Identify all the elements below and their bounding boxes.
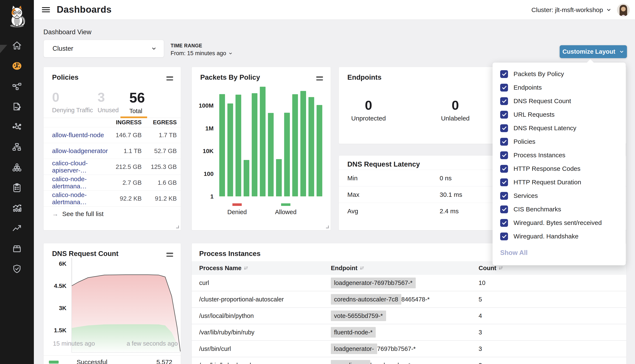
menu-item[interactable]: Wireguard. Handshake — [493, 230, 626, 243]
see-full-list-link[interactable]: → See the full list — [52, 210, 104, 218]
sidebar-item-compliance[interactable] — [0, 178, 34, 198]
menu-item[interactable]: Packets By Policy — [493, 67, 626, 81]
workloads-icon — [12, 162, 22, 172]
dropdown-caret — [587, 59, 594, 66]
sort-icon[interactable] — [360, 266, 364, 270]
sidebar-item-network-tree[interactable] — [0, 137, 34, 157]
egress-value: 52.7 GB — [142, 148, 177, 154]
count-value: 3 — [479, 329, 626, 336]
allowed-swatch — [281, 203, 290, 206]
sidebar-item-metrics[interactable] — [0, 198, 34, 218]
stat-unprotected: 0 Unprotected — [343, 99, 394, 122]
legend-allowed[interactable]: Allowed — [271, 203, 301, 216]
packages-icon — [12, 244, 22, 254]
menu-item[interactable]: Services — [493, 189, 626, 202]
customize-layout-button[interactable]: Customize Layout — [560, 45, 627, 58]
customize-layout-dropdown: Packets By PolicyEndpointsDNS Request Co… — [493, 62, 626, 265]
cluster-selector[interactable]: Cluster: jlt-msft-workshop — [531, 6, 611, 14]
packets-by-policy-card: Packets By Policy 100M1M10K1001 Denied A… — [191, 67, 331, 230]
checkbox-checked[interactable] — [500, 84, 508, 92]
activity-icon — [12, 223, 22, 233]
menu-item[interactable]: Endpoints — [493, 81, 626, 94]
stat-total[interactable]: 56 Total — [129, 91, 145, 114]
sidebar-item-policies[interactable] — [0, 96, 34, 117]
check-icon — [501, 220, 507, 226]
checkbox-checked[interactable] — [500, 178, 508, 186]
process-name: curl — [192, 280, 331, 286]
resize-handle[interactable] — [326, 226, 329, 228]
dns-legend-row[interactable]: Successful 5,572 — [44, 355, 181, 364]
check-icon — [501, 152, 507, 158]
sidebar-item-activity[interactable] — [0, 218, 34, 238]
sidebar-item-packages[interactable] — [0, 238, 34, 259]
sort-icon[interactable] — [244, 266, 248, 270]
policy-link[interactable]: calico-node-alertmana… — [52, 176, 110, 190]
menu-item[interactable]: HTTP Request Duration — [493, 176, 626, 189]
legend-denied[interactable]: Denied — [222, 203, 252, 216]
show-all-link[interactable]: Show All — [500, 249, 626, 256]
process-name: /usr/bin/curl — [192, 346, 331, 352]
checkbox-checked[interactable] — [500, 151, 508, 159]
dashboards-icon — [12, 61, 22, 71]
process-row: curlloadgenerator-7697bb7567-*10 — [192, 275, 626, 291]
policies-icon — [12, 102, 22, 112]
sidebar-item-connections[interactable] — [0, 117, 34, 137]
stat-denying-traffic[interactable]: 0 Denying Traffic — [52, 91, 93, 114]
denied-swatch — [233, 203, 242, 206]
time-range-picker[interactable]: From: 15 minutes ago — [171, 50, 233, 57]
policy-link[interactable]: calico-node-alertmana… — [52, 191, 110, 206]
sidebar-item-service-graph[interactable] — [0, 76, 34, 96]
svg-text:1: 1 — [210, 193, 214, 200]
checkbox-checked[interactable] — [500, 138, 508, 146]
sidebar-item-security[interactable] — [0, 259, 34, 279]
connections-icon — [12, 122, 22, 132]
column-header-process-name[interactable]: Process Name — [192, 265, 331, 272]
menu-item[interactable]: URL Requests — [493, 108, 626, 121]
endpoint-chip: compliance- — [331, 360, 370, 364]
process-row: /usr/bin/curlloadgenerator-7697bb7567-*3 — [192, 341, 626, 357]
policy-link[interactable]: allow-loadgenerator — [52, 147, 110, 154]
process-name: /usr/local/bin/python — [192, 312, 331, 320]
checkbox-checked[interactable] — [500, 219, 508, 227]
checkbox-checked[interactable] — [500, 232, 508, 240]
checkbox-checked[interactable] — [500, 111, 508, 118]
checkbox-checked[interactable] — [500, 165, 508, 173]
cluster-selector-label: Cluster: jlt-msft-workshop — [531, 6, 603, 14]
dns-area-chart: 6K4.5K3K1.5K — [44, 243, 181, 355]
sidebar-item-dashboards[interactable] — [0, 56, 34, 76]
resize-handle[interactable] — [176, 226, 179, 228]
packets-bar-chart: 100M1M10K1001 — [192, 67, 331, 202]
user-avatar[interactable] — [617, 4, 630, 16]
checkbox-checked[interactable] — [500, 192, 508, 200]
hamburger-menu-icon[interactable] — [42, 6, 50, 13]
menu-item[interactable]: Policies — [493, 135, 626, 148]
sidebar-item-home[interactable] — [0, 36, 34, 56]
checkbox-checked[interactable] — [500, 206, 508, 213]
sort-icon[interactable] — [499, 266, 503, 270]
drag-handle-icon[interactable] — [166, 76, 173, 82]
menu-item[interactable]: CIS Benchmarks — [493, 202, 626, 216]
dashboard-view-select[interactable]: Cluster — [43, 40, 164, 58]
menu-item[interactable]: HTTP Response Codes — [493, 162, 626, 176]
checkbox-checked[interactable] — [500, 124, 508, 132]
successful-count: 5,572 — [156, 358, 172, 364]
checkbox-checked[interactable] — [500, 70, 508, 78]
menu-item[interactable]: Wireguard. Bytes sent/received — [493, 216, 626, 230]
menu-item[interactable]: Process Instances — [493, 148, 626, 162]
process-row: /var/lib/ruby/bin/rubyfluentd-node-*3 — [192, 324, 626, 341]
stat-unused[interactable]: 3 Unused — [98, 91, 119, 114]
column-header-count[interactable]: Count — [479, 265, 626, 272]
policy-link[interactable]: calico-cloud-apiserver-… — [52, 160, 110, 174]
sidebar-item-workloads[interactable] — [0, 157, 34, 178]
process-name: /usr/bin/kube-bench — [192, 362, 331, 364]
ingress-value: 2.7 GB — [110, 179, 142, 186]
policy-link[interactable]: allow-fluentd-node — [52, 132, 110, 139]
successful-swatch — [49, 360, 59, 364]
menu-item[interactable]: DNS Request Count — [493, 94, 626, 108]
column-egress: EGRESS — [142, 119, 177, 126]
checkbox-checked[interactable] — [500, 97, 508, 105]
menu-item[interactable]: DNS Request Latency — [493, 121, 626, 135]
page-title: Dashboards — [57, 4, 112, 15]
endpoint-chip: loadgenerator- — [331, 344, 377, 354]
column-header-endpoint[interactable]: Endpoint — [331, 265, 479, 272]
